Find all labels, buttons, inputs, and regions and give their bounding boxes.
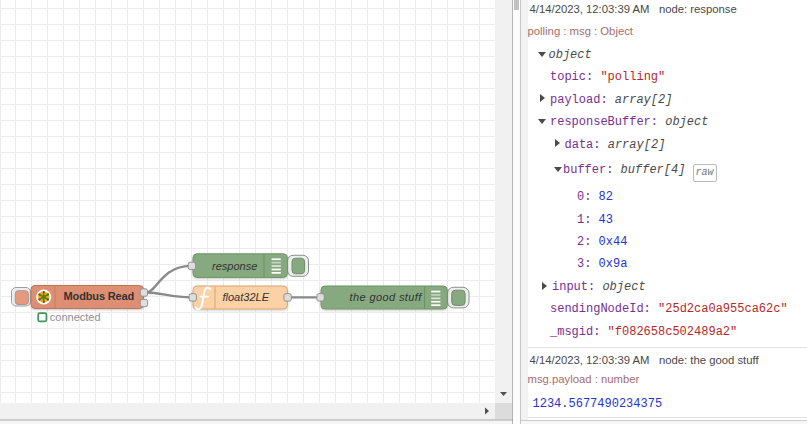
svg-text:float32LE: float32LE [223,291,270,303]
svg-text:connected: connected [50,311,101,323]
svg-text:the good stuff: the good stuff [350,291,423,303]
svg-text:Modbus Read: Modbus Read [64,290,134,302]
svg-text:response: response [212,260,257,272]
